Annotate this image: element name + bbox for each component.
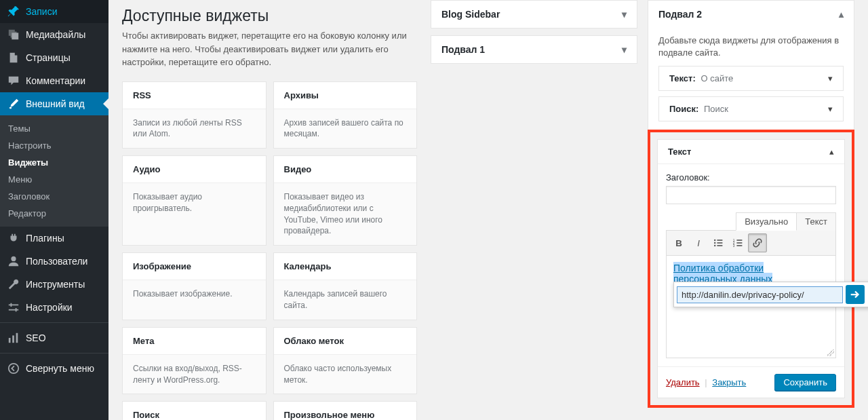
close-link[interactable]: Закрыть: [712, 377, 746, 387]
editor-content[interactable]: Политика обработки персональных данных: [667, 256, 835, 351]
widget-desc: Показывает видео из медиабиблиотеки или …: [274, 183, 417, 245]
widget-text-about[interactable]: Текст: О сайте ▾: [658, 66, 844, 91]
submenu-menus[interactable]: Меню: [0, 171, 108, 188]
widget-desc: Архив записей вашего сайта по месяцам.: [274, 109, 417, 149]
menu-label: SEO: [26, 332, 46, 343]
apply-link-button[interactable]: [846, 285, 865, 304]
menu-label: Пользователи: [26, 256, 87, 267]
page-subtitle: Чтобы активировать виджет, перетащите ег…: [122, 29, 417, 69]
menu-media[interactable]: Медиафайлы: [0, 23, 108, 46]
widget-desc: Календарь записей вашего сайта.: [274, 280, 417, 320]
menu-label: Плагины: [26, 233, 64, 244]
available-widget[interactable]: АудиоПоказывает аудио проигрыватель.: [122, 155, 267, 246]
tab-text[interactable]: Текст: [796, 212, 836, 231]
seo-icon: [7, 331, 20, 345]
title-label: Заголовок:: [666, 172, 836, 183]
widget-search[interactable]: Поиск: Поиск ▾: [658, 96, 844, 121]
menu-label: Комментарии: [26, 75, 85, 86]
menu-label: Записи: [26, 6, 57, 17]
widget-desc: Ссылки на вход/выход, RSS-ленту и WordPr…: [123, 355, 266, 394]
url-input[interactable]: [677, 286, 843, 303]
svg-rect-9: [717, 243, 722, 244]
svg-point-6: [714, 240, 715, 241]
widget-instance: Поиск: [704, 104, 728, 114]
link-button[interactable]: [748, 233, 767, 252]
wrench-icon: [7, 278, 20, 291]
chevron-down-icon: ▾: [622, 9, 627, 20]
menu-comments[interactable]: Комментарии: [0, 69, 108, 92]
menu-posts[interactable]: Записи: [0, 0, 108, 23]
menu-appearance[interactable]: Внешний вид: [0, 92, 108, 115]
submenu-customize[interactable]: Настроить: [0, 137, 108, 154]
widget-title: Изображение: [123, 253, 266, 280]
highlighted-widget-editor: Текст ▴ Заголовок: Визуально Текст: [648, 130, 854, 408]
menu-plugins[interactable]: Плагины: [0, 227, 108, 250]
available-widget[interactable]: Облако метокОблако часто используемых ме…: [273, 327, 418, 395]
menu-seo[interactable]: SEO: [0, 326, 108, 349]
svg-rect-13: [736, 240, 742, 242]
svg-text:3: 3: [733, 244, 735, 248]
submenu-widgets[interactable]: Виджеты: [0, 154, 108, 171]
available-widget[interactable]: АрхивыАрхив записей вашего сайта по меся…: [273, 81, 418, 149]
svg-rect-0: [12, 33, 18, 39]
tab-visual[interactable]: Визуально: [736, 212, 797, 231]
widget-title: RSS: [123, 82, 266, 109]
area-footer2[interactable]: Подвал 2 ▴: [648, 0, 854, 28]
svg-point-1: [11, 256, 16, 261]
available-widget[interactable]: Произвольное меню: [273, 401, 418, 420]
bold-button[interactable]: B: [669, 233, 688, 252]
submenu-header[interactable]: Заголовок: [0, 188, 108, 205]
area-description: Добавьте сюда виджеты для отображения в …: [658, 35, 844, 66]
available-widgets: RSSЗаписи из любой ленты RSS или Atom.Ар…: [122, 81, 417, 421]
numbered-list-button[interactable]: 123: [728, 233, 747, 252]
page-icon: [7, 51, 20, 64]
widget-name: Текст:: [669, 73, 696, 83]
widget-desc: Облако часто используемых меток.: [274, 355, 417, 394]
chevron-up-icon: ▴: [829, 147, 834, 157]
bullet-list-button[interactable]: [709, 233, 728, 252]
svg-point-10: [714, 245, 715, 246]
collapse-icon: [7, 362, 20, 375]
url-popup: [673, 282, 868, 307]
sliders-icon: [7, 301, 20, 314]
submenu-themes[interactable]: Темы: [0, 120, 108, 137]
widget-title: Произвольное меню: [274, 402, 417, 420]
available-widget[interactable]: Поиск: [122, 401, 267, 420]
available-widget[interactable]: RSSЗаписи из любой ленты RSS или Atom.: [122, 81, 267, 149]
svg-rect-2: [9, 338, 11, 343]
area-footer1[interactable]: Подвал 1 ▾: [431, 35, 637, 64]
delete-link[interactable]: Удалить: [666, 377, 700, 387]
menu-settings[interactable]: Настройки: [0, 296, 108, 319]
title-input[interactable]: [666, 186, 836, 204]
menu-label: Свернуть меню: [26, 363, 94, 374]
svg-point-8: [714, 242, 715, 244]
area-blog-sidebar[interactable]: Blog Sidebar ▾: [431, 0, 637, 28]
chevron-down-icon: ▾: [828, 73, 833, 83]
svg-rect-15: [736, 243, 742, 244]
widget-title: Календарь: [274, 253, 417, 280]
page-title: Доступные виджеты: [122, 7, 417, 25]
menu-pages[interactable]: Страницы: [0, 46, 108, 69]
menu-collapse[interactable]: Свернуть меню: [0, 357, 108, 380]
resize-handle[interactable]: [667, 351, 835, 358]
widget-desc: Записи из любой ленты RSS или Atom.: [123, 109, 266, 149]
widget-title: Облако меток: [274, 328, 417, 355]
available-widget[interactable]: МетаСсылки на вход/выход, RSS-ленту и Wo…: [122, 327, 267, 395]
media-icon: [7, 28, 20, 41]
available-widget[interactable]: ВидеоПоказывает видео из медиабиблиотеки…: [273, 155, 418, 246]
submenu-appearance: Темы Настроить Виджеты Меню Заголовок Ре…: [0, 115, 108, 227]
chevron-up-icon: ▴: [839, 9, 844, 20]
available-widget[interactable]: ИзображениеПоказывает изображение.: [122, 252, 267, 320]
svg-rect-4: [16, 333, 18, 343]
menu-tools[interactable]: Инструменты: [0, 273, 108, 296]
area-title: Подвал 2: [658, 9, 702, 20]
available-widget[interactable]: КалендарьКалендарь записей вашего сайта.: [273, 252, 418, 320]
menu-label: Настройки: [26, 302, 73, 313]
menu-users[interactable]: Пользователи: [0, 250, 108, 273]
widget-text-expanded-head[interactable]: Текст ▴: [658, 140, 844, 164]
svg-rect-7: [717, 240, 722, 242]
chevron-down-icon: ▾: [622, 44, 627, 55]
submenu-editor[interactable]: Редактор: [0, 205, 108, 222]
italic-button[interactable]: I: [689, 233, 708, 252]
save-button[interactable]: Сохранить: [774, 374, 836, 391]
